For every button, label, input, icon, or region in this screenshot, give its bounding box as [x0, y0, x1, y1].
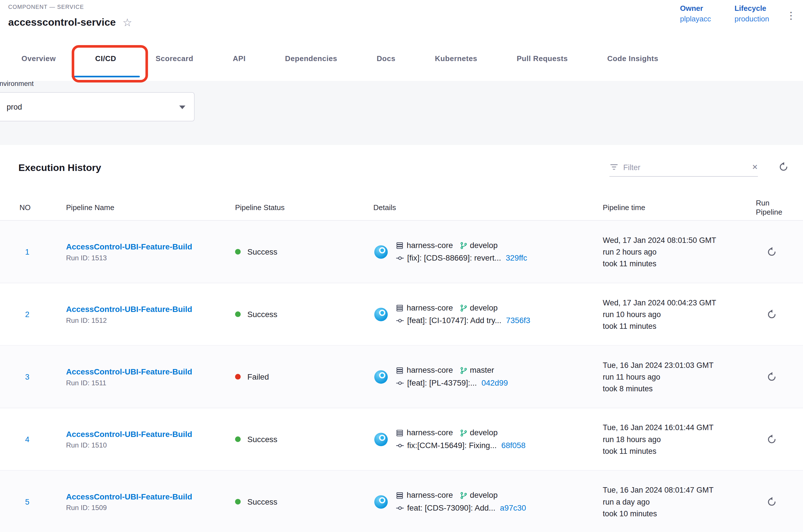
- pipeline-time-date: Wed, 17 Jan 2024 08:01:50 GMT: [603, 234, 756, 246]
- column-header-pipeline-time: Pipeline time: [603, 203, 756, 211]
- tab-docs[interactable]: Docs: [377, 36, 396, 81]
- owner-label: Owner: [680, 4, 711, 12]
- branch-name: develop: [470, 241, 497, 250]
- lifecycle-value[interactable]: production: [734, 15, 769, 23]
- refresh-button[interactable]: [778, 161, 789, 172]
- pipeline-time-date: Tue, 16 Jan 2024 16:01:44 GMT: [603, 421, 756, 433]
- page: COMPONENT — SERVICE accesscontrol-servic…: [0, 0, 803, 532]
- pipeline-time-relative: run 18 hours ago: [603, 433, 756, 445]
- git-commit-icon: [396, 505, 404, 511]
- git-commit-icon: [396, 380, 404, 386]
- table-header: NO Pipeline Name Pipeline Status Details…: [0, 195, 803, 221]
- run-pipeline-button[interactable]: [766, 246, 777, 257]
- owner-link[interactable]: plplayacc: [680, 15, 711, 23]
- filter-icon: [610, 163, 619, 172]
- tab-scorecard[interactable]: Scorecard: [155, 36, 193, 81]
- repo-name: harness-core: [407, 303, 453, 312]
- commit-sha-link[interactable]: 042d99: [481, 378, 508, 387]
- clear-filter-icon[interactable]: ✕: [752, 163, 758, 170]
- run-pipeline-button[interactable]: [766, 496, 777, 507]
- git-branch-icon: [460, 492, 468, 499]
- favorite-star-icon[interactable]: ☆: [122, 17, 132, 28]
- repo-name: harness-core: [407, 366, 453, 375]
- execution-history-title: Execution History: [19, 163, 101, 173]
- tab-overview[interactable]: Overview: [21, 36, 56, 81]
- git-commit-icon: [396, 443, 404, 449]
- pipeline-ci-icon: [373, 306, 389, 322]
- pipeline-name-link[interactable]: AccessControl-UBI-Feature-Build: [66, 430, 192, 439]
- status-label: Success: [247, 435, 278, 444]
- tab-ci-cd[interactable]: CI/CD: [95, 36, 116, 81]
- repo-icon: [396, 242, 403, 249]
- branch-name: develop: [470, 303, 497, 312]
- page-header: COMPONENT — SERVICE accesscontrol-servic…: [0, 0, 803, 36]
- pipeline-time: Tue, 16 Jan 2024 23:01:03 GMT run 11 hou…: [603, 359, 756, 395]
- filter-input[interactable]: [623, 163, 747, 172]
- commit-sha-link[interactable]: 329ffc: [506, 253, 527, 263]
- repo-name: harness-core: [407, 491, 453, 500]
- run-id: Run ID: 1510: [66, 441, 235, 449]
- git-branch-icon: [460, 304, 468, 312]
- table-row: 2 AccessControl-UBI-Feature-Build Run ID…: [0, 283, 803, 346]
- status-dot: [235, 311, 241, 317]
- pipeline-time-duration: took 11 minutes: [603, 445, 756, 457]
- git-branch-icon: [460, 366, 468, 374]
- environment-selected-value: prod: [6, 102, 22, 111]
- pipeline-time: Tue, 16 Jan 2024 08:01:47 GMT run a day …: [603, 484, 756, 519]
- pipeline-time-duration: took 11 minutes: [603, 320, 756, 332]
- row-number: 2: [19, 310, 30, 319]
- commit-sha-link[interactable]: a97c30: [500, 504, 526, 513]
- tab-pull-requests[interactable]: Pull Requests: [517, 36, 568, 81]
- pipeline-ci-icon: [373, 494, 389, 510]
- pipeline-time-duration: took 11 minutes: [603, 258, 756, 269]
- run-pipeline-button[interactable]: [766, 371, 777, 382]
- tab-api[interactable]: API: [233, 36, 246, 81]
- run-id: Run ID: 1509: [66, 504, 235, 511]
- lifecycle-block: Lifecycle production: [734, 4, 769, 23]
- tab-code-insights[interactable]: Code Insights: [607, 36, 658, 81]
- status-label: Success: [247, 497, 278, 506]
- breadcrumb: COMPONENT — SERVICE: [8, 4, 84, 10]
- commit-message: [feat]: [PL-43759]:...: [407, 378, 477, 387]
- run-id: Run ID: 1513: [66, 254, 235, 262]
- column-header-pipeline-name: Pipeline Name: [66, 203, 235, 211]
- pipeline-time-date: Tue, 16 Jan 2024 08:01:47 GMT: [603, 484, 756, 496]
- row-number: 1: [19, 247, 30, 256]
- commit-message: feat: [CDS-73090]: Add...: [407, 504, 495, 513]
- commit-sha-link[interactable]: 68f058: [501, 441, 525, 450]
- pipeline-time: Tue, 16 Jan 2024 16:01:44 GMT run 18 hou…: [603, 421, 756, 457]
- environment-select[interactable]: prod: [0, 92, 195, 121]
- column-header-details: Details: [373, 203, 603, 211]
- branch-name: develop: [470, 428, 497, 437]
- commit-sha-link[interactable]: 7356f3: [506, 316, 530, 325]
- table-row: 1 AccessControl-UBI-Feature-Build Run ID…: [0, 221, 803, 283]
- run-id: Run ID: 1511: [66, 379, 235, 386]
- run-pipeline-button[interactable]: [766, 308, 777, 320]
- git-commit-icon: [396, 255, 404, 262]
- pipeline-name-link[interactable]: AccessControl-UBI-Feature-Build: [66, 367, 192, 376]
- commit-message: fix:[CCM-15649]: Fixing...: [407, 441, 497, 450]
- page-title: accesscontrol-service: [8, 16, 116, 28]
- pipeline-name-link[interactable]: AccessControl-UBI-Feature-Build: [66, 492, 192, 501]
- pipeline-name-link[interactable]: AccessControl-UBI-Feature-Build: [66, 305, 192, 314]
- column-header-pipeline-status: Pipeline Status: [235, 203, 374, 211]
- pipeline-ci-icon: [373, 369, 389, 384]
- run-pipeline-button[interactable]: [766, 434, 777, 445]
- tab-dependencies[interactable]: Dependencies: [285, 36, 337, 81]
- chevron-down-icon: [179, 106, 186, 109]
- git-branch-icon: [460, 242, 468, 249]
- branch-name: develop: [470, 491, 497, 500]
- repo-icon: [396, 492, 403, 499]
- pipeline-time-date: Wed, 17 Jan 2024 00:04:23 GMT: [603, 297, 756, 308]
- owner-block: Owner plplayacc: [680, 4, 711, 23]
- pipeline-name-link[interactable]: AccessControl-UBI-Feature-Build: [66, 242, 192, 251]
- table-body: 1 AccessControl-UBI-Feature-Build Run ID…: [0, 221, 803, 532]
- repo-icon: [396, 304, 403, 312]
- branch-name: master: [470, 366, 494, 375]
- pipeline-time-relative: run 10 hours ago: [603, 308, 756, 320]
- filter-field: ✕: [610, 163, 758, 177]
- status-label: Success: [247, 310, 278, 319]
- kebab-menu-icon[interactable]: ⋮: [786, 11, 796, 21]
- tab-kubernetes[interactable]: Kubernetes: [435, 36, 477, 81]
- repo-icon: [396, 366, 403, 374]
